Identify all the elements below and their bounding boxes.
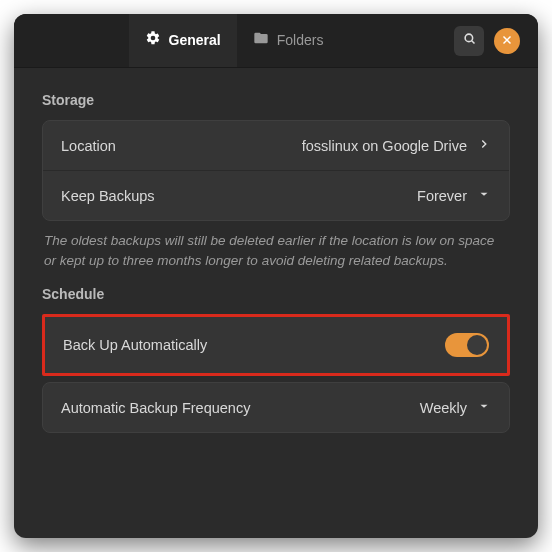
- backup-auto-highlight: Back Up Automatically: [42, 314, 510, 376]
- keep-backups-value: Forever: [417, 188, 467, 204]
- storage-help-text: The oldest backups will still be deleted…: [44, 231, 508, 270]
- storage-panel: Location fosslinux on Google Drive Keep …: [42, 120, 510, 221]
- schedule-section-header: Schedule: [42, 286, 510, 302]
- storage-section-header: Storage: [42, 92, 510, 108]
- gear-icon: [145, 30, 161, 49]
- toggle-knob: [467, 335, 487, 355]
- keep-backups-label: Keep Backups: [61, 188, 155, 204]
- svg-line-1: [471, 41, 474, 44]
- location-row[interactable]: Location fosslinux on Google Drive: [43, 121, 509, 171]
- folder-icon: [253, 30, 269, 49]
- titlebar-spacer: [339, 14, 454, 67]
- keep-backups-value-wrap: Forever: [417, 187, 491, 204]
- chevron-down-icon: [477, 187, 491, 204]
- titlebar-spacer: [534, 14, 538, 67]
- frequency-value-wrap: Weekly: [420, 399, 491, 416]
- chevron-right-icon: [477, 137, 491, 154]
- keep-backups-row[interactable]: Keep Backups Forever: [43, 171, 509, 220]
- backup-auto-label: Back Up Automatically: [63, 337, 207, 353]
- titlebar-actions: [454, 14, 534, 67]
- preferences-window: General Folders Storage: [14, 14, 538, 538]
- tab-general-label: General: [169, 32, 221, 48]
- content-area: Storage Location fosslinux on Google Dri…: [14, 68, 538, 538]
- location-value: fosslinux on Google Drive: [302, 138, 467, 154]
- tab-folders-label: Folders: [277, 32, 324, 48]
- tab-general[interactable]: General: [129, 14, 237, 67]
- svg-point-0: [465, 34, 473, 42]
- close-icon: [501, 32, 513, 50]
- titlebar-spacer: [14, 14, 129, 67]
- search-icon: [462, 31, 477, 50]
- location-label: Location: [61, 138, 116, 154]
- titlebar: General Folders: [14, 14, 538, 68]
- close-button[interactable]: [494, 28, 520, 54]
- frequency-value: Weekly: [420, 400, 467, 416]
- backup-auto-toggle[interactable]: [445, 333, 489, 357]
- frequency-label: Automatic Backup Frequency: [61, 400, 250, 416]
- frequency-panel: Automatic Backup Frequency Weekly: [42, 382, 510, 433]
- search-button[interactable]: [454, 26, 484, 56]
- backup-auto-row[interactable]: Back Up Automatically: [45, 317, 507, 373]
- frequency-row[interactable]: Automatic Backup Frequency Weekly: [43, 383, 509, 432]
- location-value-wrap: fosslinux on Google Drive: [302, 137, 491, 154]
- chevron-down-icon: [477, 399, 491, 416]
- tab-folders[interactable]: Folders: [237, 14, 340, 67]
